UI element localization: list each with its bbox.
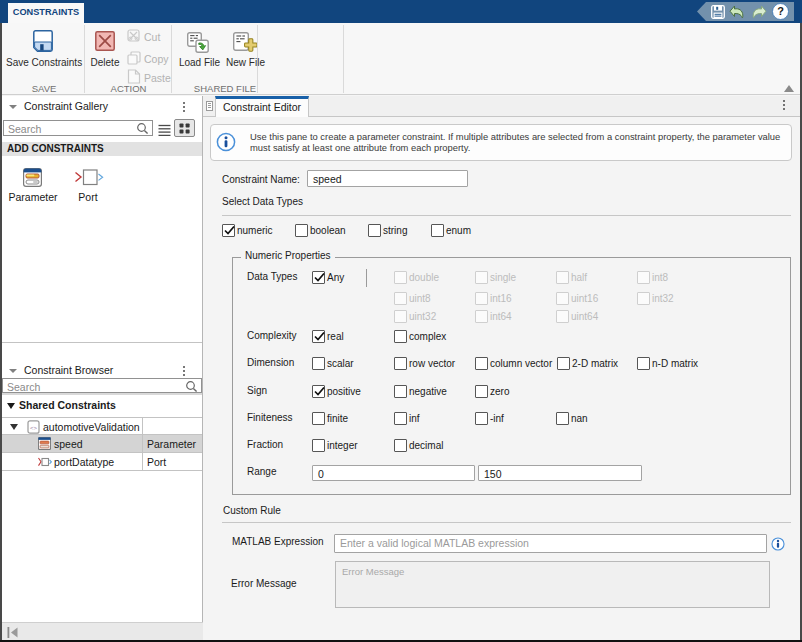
svg-text:?: ? (777, 5, 784, 17)
svg-text:<>: <> (30, 425, 38, 431)
